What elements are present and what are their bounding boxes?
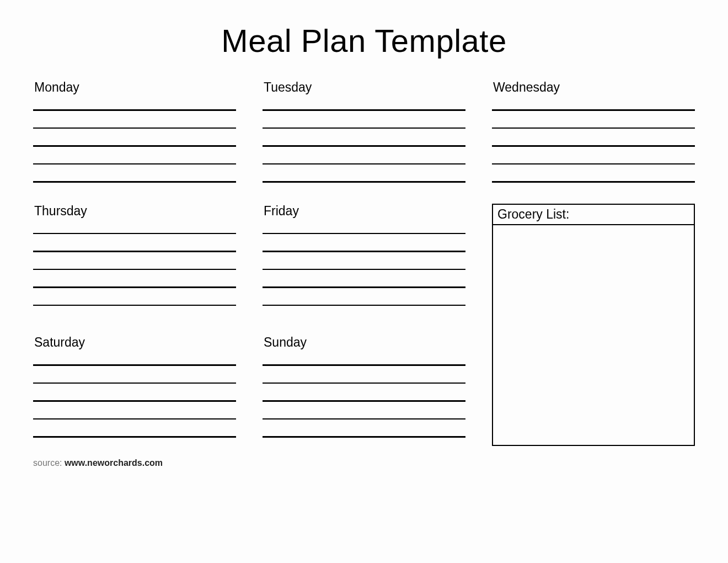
write-line [263, 436, 465, 438]
write-line [263, 145, 465, 147]
day-label-tuesday: Tuesday [263, 80, 465, 95]
meal-lines [33, 233, 236, 306]
day-block-tuesday: Tuesday [263, 80, 465, 183]
write-line [492, 128, 695, 129]
write-line [263, 364, 465, 366]
source-url: www.neworchards.com [65, 458, 163, 468]
write-line [33, 436, 236, 438]
write-line [263, 286, 465, 288]
write-line [263, 383, 465, 384]
write-line [33, 383, 236, 384]
write-line [33, 305, 236, 306]
grocery-list-block: Grocery List: [492, 204, 695, 446]
day-label-wednesday: Wednesday [492, 80, 695, 95]
day-block-thursday: Thursday [33, 204, 236, 315]
write-line [33, 109, 236, 111]
day-label-monday: Monday [33, 80, 236, 95]
meal-lines [263, 109, 465, 183]
day-label-thursday: Thursday [33, 204, 236, 219]
page-title: Meal Plan Template [33, 22, 695, 59]
meal-lines [33, 109, 236, 183]
day-block-wednesday: Wednesday [492, 80, 695, 183]
write-line [263, 109, 465, 111]
day-label-sunday: Sunday [263, 335, 465, 350]
write-line [33, 181, 236, 183]
meal-lines [263, 233, 465, 306]
write-line [492, 145, 695, 147]
day-label-friday: Friday [263, 204, 465, 219]
write-line [492, 109, 695, 111]
write-line [33, 145, 236, 147]
day-block-saturday: Saturday [33, 335, 236, 446]
write-line [33, 418, 236, 420]
grocery-list-box [492, 225, 695, 446]
meal-lines [492, 109, 695, 183]
day-block-monday: Monday [33, 80, 236, 183]
write-line [492, 181, 695, 183]
write-line [263, 418, 465, 420]
meal-lines [263, 364, 465, 438]
write-line [33, 163, 236, 165]
write-line [263, 305, 465, 306]
write-line [263, 163, 465, 165]
write-line [263, 400, 465, 402]
write-line [33, 128, 236, 129]
day-label-saturday: Saturday [33, 335, 236, 350]
write-line [263, 233, 465, 235]
write-line [492, 163, 695, 165]
meal-lines [33, 364, 236, 438]
day-block-sunday: Sunday [263, 335, 465, 446]
write-line [33, 251, 236, 252]
write-line [33, 364, 236, 366]
write-line [33, 233, 236, 235]
grocery-list-label: Grocery List: [492, 204, 695, 225]
write-line [263, 251, 465, 252]
write-line [33, 400, 236, 402]
write-line [33, 269, 236, 270]
write-line [263, 269, 465, 270]
write-line [33, 286, 236, 288]
write-line [263, 181, 465, 183]
source-prefix: source: [33, 458, 65, 468]
meal-plan-grid: Monday Tuesday Wednesday Thur [33, 80, 695, 446]
write-line [263, 128, 465, 129]
source-attribution: source: www.neworchards.com [33, 458, 695, 468]
day-block-friday: Friday [263, 204, 465, 315]
